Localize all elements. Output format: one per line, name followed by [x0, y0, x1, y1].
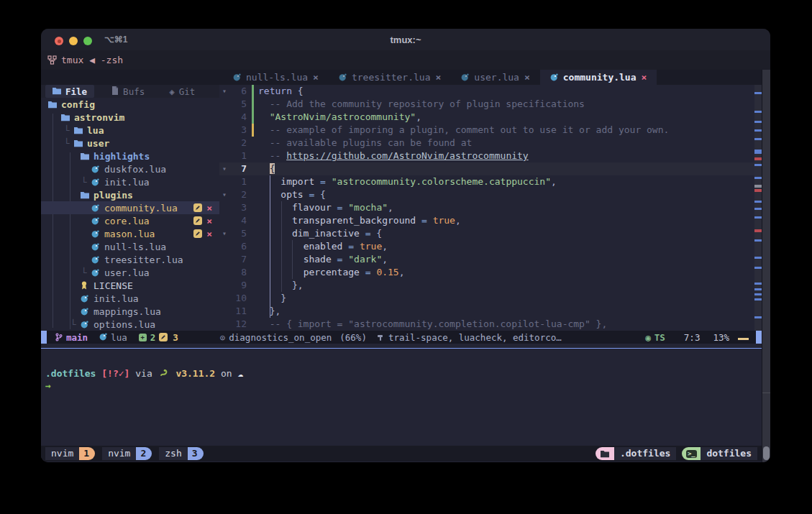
scrollbar-thumb[interactable]: [763, 446, 770, 460]
tree-item-plugins[interactable]: plugins: [41, 188, 219, 201]
terminal-icon: >_: [682, 447, 701, 460]
code-line[interactable]: 10 }: [219, 292, 762, 305]
close-buffer-icon[interactable]: ×: [436, 72, 442, 83]
scroll-mark: [754, 288, 762, 290]
code-line[interactable]: 8 percentage = 0.15,: [219, 266, 762, 279]
code-line[interactable]: 1 -- https://github.com/AstroNvim/astroc…: [219, 150, 762, 162]
folder-icon: [74, 139, 83, 147]
unsaved-close-badge[interactable]: ×: [206, 216, 212, 226]
code-editor[interactable]: ▾6return {5 -- Add the community reposit…: [219, 85, 762, 331]
scroll-mark: [754, 185, 762, 188]
tree-item-treesitter-lua[interactable]: treesitter.lua: [41, 253, 219, 266]
buffer-tab-user[interactable]: user.lua ×: [451, 70, 539, 85]
git-sign-column: [251, 266, 258, 279]
tree-item-community-lua[interactable]: community.lua×: [41, 201, 219, 214]
buffer-tab-label: community.lua: [563, 72, 637, 83]
tree-item-LICENSE[interactable]: LICENSE: [41, 279, 219, 292]
code-line[interactable]: 3 flavour = "mocha",: [219, 201, 762, 214]
code-line[interactable]: 9 },: [219, 279, 762, 292]
mode-indicator: [41, 331, 47, 344]
tmux-window-name: zsh: [159, 447, 187, 460]
tmux-window-2[interactable]: nvim2: [102, 447, 152, 460]
code-line[interactable]: 7 shade = "dark",: [219, 253, 762, 266]
tree-item-init-lua[interactable]: └init.lua: [41, 175, 219, 188]
buffer-tab-community[interactable]: community.lua ×: [540, 70, 657, 85]
fold-toggle-icon[interactable]: ▾: [219, 85, 229, 98]
code-line[interactable]: ▾2 opts = {: [219, 188, 762, 201]
tree-item-lua[interactable]: └lua: [41, 124, 219, 137]
tree-item-astronvim[interactable]: astronvim: [41, 111, 219, 124]
tab-git[interactable]: ◈ Git: [162, 85, 202, 98]
code-line[interactable]: ▾6return {: [219, 85, 762, 98]
code-line[interactable]: 6 enabled = true,: [219, 240, 762, 253]
tree-item-user-lua[interactable]: └user.lua: [41, 266, 219, 279]
scroll-mark: [754, 316, 762, 318]
tree-item-mappings-lua[interactable]: mappings.lua: [41, 305, 219, 318]
code-line[interactable]: 5 -- Add the community repository of plu…: [219, 98, 762, 111]
code-line[interactable]: ▾7 {: [219, 162, 762, 175]
buffer-tab-null-ls[interactable]: null-ls.lua ×: [223, 70, 329, 85]
code-line[interactable]: ▾5 dim_inactive = {: [219, 227, 762, 240]
fold-toggle-icon[interactable]: ▾: [219, 188, 229, 201]
code-text: shade = "dark",: [258, 253, 762, 266]
git-added-count: 2: [150, 332, 156, 343]
code-line[interactable]: 4 "AstroNvim/astrocommunity",: [219, 111, 762, 124]
lua-icon: [91, 178, 101, 186]
lua-file-icon: [339, 73, 347, 81]
line-number: 4: [229, 111, 251, 124]
close-buffer-icon[interactable]: ×: [313, 72, 319, 83]
buffer-tab-bar: null-ls.lua × treesitter.lua × user.lua …: [41, 70, 762, 85]
buffer-tab-label: user.lua: [474, 72, 519, 83]
fold-toggle-icon[interactable]: ▾: [219, 227, 229, 240]
lsp-progress: (66%): [339, 332, 367, 343]
lua-file-icon: [233, 73, 241, 81]
tree-item-core-lua[interactable]: core.lua×: [41, 214, 219, 227]
folder-icon: [74, 127, 83, 134]
tab-file[interactable]: File: [45, 85, 94, 98]
terminal-tab-bar[interactable]: tmux ◀ -zsh: [41, 50, 770, 70]
tmux-window-1[interactable]: nvim1: [45, 447, 95, 460]
tree-item-null-ls-lua[interactable]: null-ls.lua: [41, 240, 219, 253]
code-line[interactable]: 2 -- available plugins can be found at: [219, 137, 762, 150]
tmux-window-3[interactable]: zsh3: [159, 447, 203, 460]
tab-bufs[interactable]: Bufs: [104, 85, 152, 98]
tree-item-duskfox-lua[interactable]: duskfox.lua: [41, 162, 219, 175]
tree-item-options-lua[interactable]: └options.lua: [41, 318, 219, 331]
scroll-mark: [754, 257, 762, 259]
code-line[interactable]: 12 -- { import = "astrocommunity.complet…: [219, 318, 762, 331]
scroll-mark: [754, 111, 762, 113]
code-line[interactable]: 1 import = "astrocommunity.colorscheme.c…: [219, 175, 762, 188]
fold-toggle-icon[interactable]: ▾: [219, 162, 229, 175]
code-line[interactable]: 4 transparent_background = true,: [219, 214, 762, 227]
git-branch: main: [66, 332, 88, 343]
unsaved-close-badge[interactable]: ×: [206, 229, 212, 239]
lua-icon: [81, 321, 90, 329]
code-text: -- available plugins can be found at: [258, 137, 762, 150]
tree-item-label: user.lua: [104, 267, 150, 278]
tmux-status-bar: nvim1nvim2zsh3 .dotfiles>_dotfiles: [41, 446, 762, 462]
line-number: 2: [229, 188, 251, 201]
cursor-position: 7:3: [684, 332, 701, 343]
code-text: }: [258, 292, 762, 305]
tree-item-label: mason.lua: [104, 229, 155, 239]
fold-column: [219, 305, 229, 318]
lua-icon: [91, 243, 101, 251]
buffer-tab-treesitter[interactable]: treesitter.lua ×: [329, 70, 451, 85]
close-buffer-icon[interactable]: ×: [642, 72, 647, 83]
code-line[interactable]: 3 -- example of imporing a plugin, comme…: [219, 124, 762, 137]
unsaved-close-badge[interactable]: ×: [206, 203, 212, 214]
fold-column: [219, 292, 229, 305]
terminal-scrollbar[interactable]: [762, 70, 770, 462]
tree-item-init-lua[interactable]: init.lua: [41, 292, 219, 305]
tree-item-mason-lua[interactable]: mason.lua×: [41, 227, 219, 240]
tree-item-config[interactable]: config: [41, 98, 219, 111]
tree-item-user[interactable]: └user: [41, 137, 219, 150]
scroll-mark: [754, 138, 762, 140]
code-line[interactable]: 11 },: [219, 305, 762, 318]
close-buffer-icon[interactable]: ×: [524, 72, 530, 83]
tree-item-highlights[interactable]: highlights: [41, 150, 219, 162]
tree-item-label: duskfox.lua: [104, 164, 166, 175]
tree-item-label: plugins: [93, 190, 133, 201]
shell-pane[interactable]: .dotfiles [!?✓] via v3.11.2 on ☁ →: [41, 344, 762, 446]
git-sign-column: [251, 98, 258, 111]
